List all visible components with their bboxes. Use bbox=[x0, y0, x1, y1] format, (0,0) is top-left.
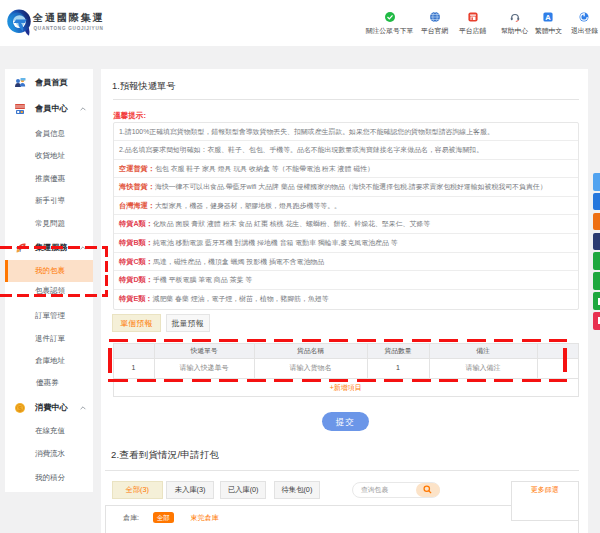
svg-text:$: $ bbox=[18, 404, 22, 412]
svg-text:A: A bbox=[545, 12, 551, 21]
